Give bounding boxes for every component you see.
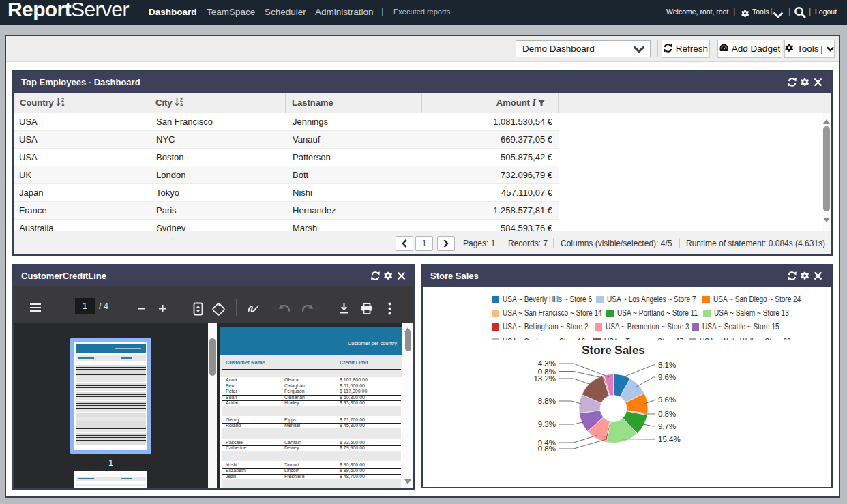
svg-text:9.7%: 9.7% xyxy=(658,422,676,430)
svg-text:A: A xyxy=(180,102,183,107)
svg-text:8.8%: 8.8% xyxy=(538,397,556,405)
svg-text:8.1%: 8.1% xyxy=(658,361,676,369)
svg-text:A: A xyxy=(61,102,65,107)
svg-text:Z: Z xyxy=(61,98,64,102)
svg-text:Z: Z xyxy=(180,98,183,102)
svg-text:9.6%: 9.6% xyxy=(658,396,676,404)
svg-text:0.8%: 0.8% xyxy=(538,368,556,376)
svg-text:0.8%: 0.8% xyxy=(658,410,676,418)
svg-text:9.3%: 9.3% xyxy=(538,420,556,428)
svg-text:4.3%: 4.3% xyxy=(538,359,556,368)
svg-text:13.2%: 13.2% xyxy=(533,374,556,383)
svg-text:9.6%: 9.6% xyxy=(658,373,676,381)
svg-text:15.4%: 15.4% xyxy=(658,435,681,443)
svg-text:9.4%: 9.4% xyxy=(538,439,556,447)
